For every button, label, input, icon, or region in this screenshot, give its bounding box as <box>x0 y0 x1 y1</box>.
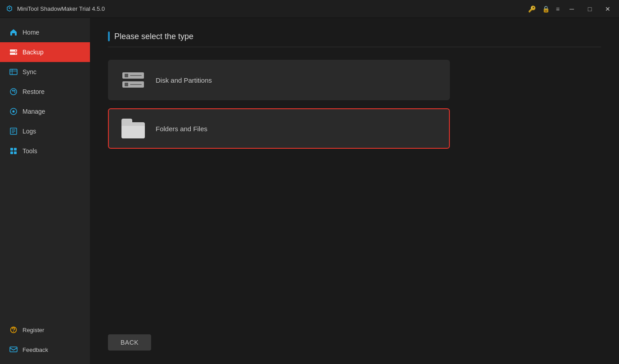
sidebar-label-feedback: Feedback <box>22 346 48 353</box>
minimize-button[interactable]: ─ <box>566 3 578 15</box>
sidebar-label-logs: Logs <box>22 128 36 135</box>
folders-files-label: Folders and Files <box>156 125 207 133</box>
home-icon <box>9 28 18 37</box>
menu-icon[interactable]: ≡ <box>556 5 560 13</box>
sidebar-label-tools: Tools <box>22 147 37 155</box>
app-logo: MiniTool ShadowMaker Trial 4.5.0 <box>5 5 528 13</box>
svg-rect-15 <box>14 148 17 151</box>
folders-files-icon <box>120 115 147 142</box>
sidebar-label-register: Register <box>22 327 44 333</box>
svg-point-3 <box>15 53 16 54</box>
svg-point-9 <box>13 111 15 113</box>
svg-point-2 <box>15 50 16 51</box>
disk-partitions-card[interactable]: Disk and Partitions <box>108 60 450 100</box>
tools-icon <box>9 146 18 155</box>
sidebar-item-backup[interactable]: Backup <box>0 42 90 62</box>
feedback-icon <box>9 345 18 354</box>
svg-rect-4 <box>10 69 17 75</box>
lock-icon[interactable]: 🔒 <box>542 5 550 13</box>
sidebar-label-home: Home <box>22 29 39 36</box>
logs-icon <box>9 127 18 136</box>
sidebar-item-register[interactable]: Register <box>0 320 90 340</box>
folders-files-card[interactable]: Folders and Files <box>108 108 450 149</box>
titlebar-controls: 🔑 🔒 ≡ ─ □ ✕ <box>528 3 614 15</box>
sidebar-bottom: Register Feedback <box>0 320 90 364</box>
sidebar-item-sync[interactable]: Sync <box>0 62 90 82</box>
titlebar: MiniTool ShadowMaker Trial 4.5.0 🔑 🔒 ≡ ─… <box>0 0 619 18</box>
disk-partitions-label: Disk and Partitions <box>156 76 212 84</box>
sidebar-label-restore: Restore <box>22 88 45 95</box>
close-button[interactable]: ✕ <box>602 3 614 15</box>
restore-icon <box>9 87 18 96</box>
backup-icon <box>9 48 18 57</box>
app-title: MiniTool ShadowMaker Trial 4.5.0 <box>17 5 105 12</box>
svg-rect-16 <box>10 151 13 154</box>
sidebar-label-manage: Manage <box>22 108 45 115</box>
restore-button[interactable]: □ <box>584 3 596 15</box>
svg-point-19 <box>13 331 14 332</box>
key-icon[interactable]: 🔑 <box>528 5 536 13</box>
register-icon <box>9 325 18 334</box>
sidebar-label-backup: Backup <box>22 49 44 56</box>
title-accent <box>108 31 110 41</box>
disk-partitions-icon <box>120 67 147 93</box>
sidebar-item-feedback[interactable]: Feedback <box>0 340 90 360</box>
sidebar-item-restore[interactable]: Restore <box>0 82 90 102</box>
sync-icon <box>9 67 18 76</box>
svg-rect-14 <box>10 148 13 151</box>
section-title: Please select the type <box>114 32 193 41</box>
sidebar-item-home[interactable]: Home <box>0 22 90 42</box>
svg-rect-20 <box>10 347 17 352</box>
sidebar-item-manage[interactable]: Manage <box>0 102 90 121</box>
sidebar-label-sync: Sync <box>22 68 36 75</box>
sidebar: Home Backup Sync <box>0 18 90 364</box>
svg-rect-17 <box>14 151 17 154</box>
section-title-bar: Please select the type <box>108 31 601 47</box>
sidebar-item-tools[interactable]: Tools <box>0 141 90 161</box>
main-content: Please select the type Disk and Partitio… <box>90 18 619 364</box>
sidebar-item-logs[interactable]: Logs <box>0 121 90 141</box>
back-button[interactable]: BACK <box>108 334 151 351</box>
app-body: Home Backup Sync <box>0 18 619 364</box>
app-logo-icon <box>5 5 13 13</box>
back-button-container: BACK <box>108 334 151 351</box>
manage-icon <box>9 107 18 116</box>
